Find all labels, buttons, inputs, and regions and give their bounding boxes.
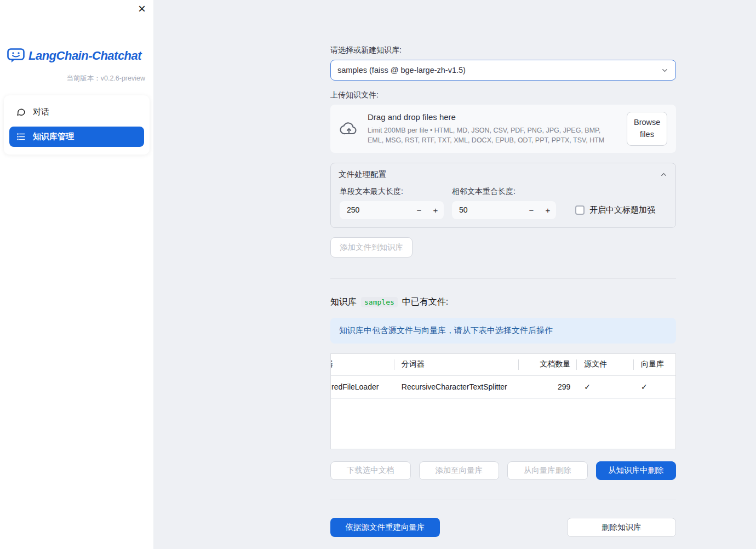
expander-header[interactable]: 文件处理配置 xyxy=(331,163,675,186)
sidebar-item-label: 对话 xyxy=(33,107,49,117)
chevron-up-icon xyxy=(660,170,668,179)
kb-select[interactable]: samples (faiss @ bge-large-zh-v1.5) xyxy=(330,60,676,81)
dropzone-title: Drag and drop files here xyxy=(368,112,618,122)
speech-bubble-icon xyxy=(16,107,26,117)
browse-files-button[interactable]: Browse files xyxy=(627,112,667,146)
chevron-down-icon xyxy=(661,66,669,75)
list-icon xyxy=(16,132,26,141)
logo-chat-icon xyxy=(7,48,25,63)
overlap-stepper: 50 − + xyxy=(452,201,556,219)
dropzone-limit-text: Limit 200MB per file • HTML, MD, JSON, C… xyxy=(368,125,618,145)
title-enhance-checkbox[interactable] xyxy=(575,205,585,215)
download-selected-button[interactable]: 下载选中文档 xyxy=(330,461,411,480)
kb-action-buttons: 依据源文件重建向量库 删除知识库 xyxy=(330,518,676,537)
app-logo: LangChain-Chatchat xyxy=(0,0,153,63)
overlap-group: 相邻文本重合长度: 50 − + xyxy=(452,187,556,219)
max-length-input[interactable]: 250 xyxy=(340,205,411,214)
uploader-label: 上传知识文件: xyxy=(330,90,676,100)
files-table: 器 分词器 文档数量 源文件 向量库 redFileLoader Recursi… xyxy=(330,353,676,449)
main-content: 请选择或新建知识库: samples (faiss @ bge-large-zh… xyxy=(330,0,676,537)
plus-button[interactable]: + xyxy=(540,201,556,219)
file-config-expander: 文件处理配置 单段文本最大长度: 250 − + 相邻文本重合长度: 50 xyxy=(330,163,676,228)
table-header-vector-store: 向量库 xyxy=(633,354,675,375)
cell-loader: redFileLoader xyxy=(331,376,394,398)
overlap-label: 相邻文本重合长度: xyxy=(452,187,556,197)
table-row[interactable]: redFileLoader RecursiveCharacterTextSpli… xyxy=(331,376,675,399)
minus-button[interactable]: − xyxy=(411,201,427,219)
table-header-doc-count: 文档数量 xyxy=(518,354,576,375)
max-length-label: 单段文本最大长度: xyxy=(340,187,444,197)
max-length-group: 单段文本最大长度: 250 − + xyxy=(340,187,444,219)
cell-source-check: ✓ xyxy=(576,376,633,398)
table-header-source-file: 源文件 xyxy=(576,354,633,375)
add-to-vector-store-button[interactable]: 添加至向量库 xyxy=(419,461,500,480)
sidebar: × LangChain-Chatchat 当前版本：v0.2.6-preview… xyxy=(0,0,153,549)
expander-title: 文件处理配置 xyxy=(339,169,386,180)
cell-splitter: RecursiveCharacterTextSplitter xyxy=(394,376,519,398)
existing-suffix: 中已有文件: xyxy=(402,296,448,308)
max-length-stepper: 250 − + xyxy=(340,201,444,219)
table-header-row: 器 分词器 文档数量 源文件 向量库 xyxy=(331,354,675,376)
existing-prefix: 知识库 xyxy=(330,296,357,308)
rebuild-vector-store-button[interactable]: 依据源文件重建向量库 xyxy=(330,518,440,537)
delete-from-kb-button[interactable]: 从知识库中删除 xyxy=(596,461,677,480)
table-header-loader: 器 xyxy=(331,354,394,375)
divider xyxy=(330,500,676,500)
sidebar-item-label: 知识库管理 xyxy=(33,131,74,142)
minus-button[interactable]: − xyxy=(523,201,540,219)
close-icon[interactable]: × xyxy=(138,2,146,15)
file-dropzone[interactable]: Drag and drop files here Limit 200MB per… xyxy=(330,105,676,153)
kb-name-code: samples xyxy=(361,297,398,307)
title-enhance-label[interactable]: 开启中文标题加强 xyxy=(589,205,655,215)
delete-kb-button[interactable]: 删除知识库 xyxy=(567,518,676,537)
dropzone-texts: Drag and drop files here Limit 200MB per… xyxy=(368,112,618,145)
sidebar-item-dialogue[interactable]: 对话 xyxy=(9,102,144,122)
info-alert: 知识库中包含源文件与向量库，请从下表中选择文件后操作 xyxy=(330,318,676,344)
cloud-upload-icon xyxy=(339,121,359,137)
existing-files-heading: 知识库 samples 中已有文件: xyxy=(330,296,676,308)
add-files-button[interactable]: 添加文件到知识库 xyxy=(330,237,413,258)
expander-body: 单段文本最大长度: 250 − + 相邻文本重合长度: 50 − + 开启中文标… xyxy=(331,186,675,227)
sidebar-item-knowledge-base[interactable]: 知识库管理 xyxy=(9,127,144,147)
version-label: 当前版本：v0.2.6-preview xyxy=(0,63,153,83)
file-action-buttons: 下载选中文档 添加至向量库 从向量库删除 从知识库中删除 xyxy=(330,461,676,480)
kb-select-label: 请选择或新建知识库: xyxy=(330,45,676,55)
overlap-input[interactable]: 50 xyxy=(452,205,523,214)
title-enhance-row: 开启中文标题加强 xyxy=(575,201,655,219)
table-header-splitter: 分词器 xyxy=(394,354,519,375)
plus-button[interactable]: + xyxy=(427,201,444,219)
kb-select-value: samples (faiss @ bge-large-zh-v1.5) xyxy=(337,66,466,75)
app-title: LangChain-Chatchat xyxy=(28,49,141,63)
cell-vector-check: ✓ xyxy=(633,376,675,398)
divider xyxy=(330,278,676,279)
cell-doc-count: 299 xyxy=(518,376,576,398)
delete-from-vector-store-button[interactable]: 从向量库删除 xyxy=(507,461,588,480)
sidebar-menu: 对话 知识库管理 xyxy=(4,95,150,155)
